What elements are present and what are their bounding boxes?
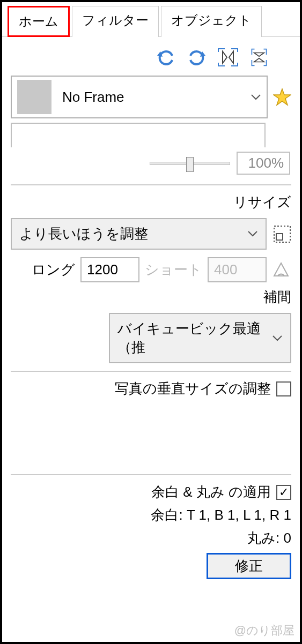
interp-label: バイキュービック最適（推: [117, 319, 272, 357]
divider: [11, 184, 291, 185]
frame-dropdown[interactable]: No Frame: [11, 76, 268, 118]
tab-filter[interactable]: フィルター: [72, 6, 159, 37]
tab-object[interactable]: オブジェクト: [161, 6, 262, 37]
svg-rect-1: [276, 234, 283, 240]
divider: [11, 371, 291, 372]
favorite-star-icon[interactable]: [273, 88, 291, 106]
modify-row: 修正: [11, 553, 291, 579]
sharpen-icon[interactable]: [272, 261, 290, 279]
resize-title: リサイズ: [11, 193, 291, 212]
undo-icon[interactable]: [155, 47, 176, 68]
dimension-row: ロング ショート: [11, 257, 291, 282]
watermark: @のり部屋: [234, 623, 294, 639]
roundness-value: 丸み: 0: [11, 529, 291, 548]
flip-horizontal-icon[interactable]: [217, 47, 239, 68]
long-input[interactable]: [80, 257, 139, 282]
resize-mode-dropdown[interactable]: より長いほうを調整: [11, 218, 267, 250]
flip-vertical-icon[interactable]: [248, 47, 270, 68]
margin-apply-checkbox[interactable]: [276, 485, 291, 500]
margin-apply-label: 余白 & 丸み の適用: [151, 483, 271, 501]
resize-mode-label: より長いほうを調整: [19, 224, 148, 243]
frame-preview-strip: [11, 123, 266, 147]
frame-thumbnail: [17, 80, 51, 114]
interp-title: 補間: [11, 288, 291, 306]
frame-label: No Frame: [51, 89, 251, 106]
margin-values: 余白: T 1, B 1, L 1, R 1: [11, 506, 291, 525]
vertical-adjust-row: 写真の垂直サイズの調整: [11, 379, 291, 398]
tab-bar: ホーム フィルター オブジェクト: [2, 2, 300, 37]
vertical-adjust-checkbox[interactable]: [276, 381, 291, 396]
toolbar: [11, 41, 291, 76]
short-label: ショート: [145, 260, 202, 279]
slider-thumb[interactable]: [186, 157, 194, 172]
proportions-icon[interactable]: [273, 225, 291, 243]
modify-button[interactable]: 修正: [207, 553, 291, 579]
interp-dropdown[interactable]: バイキュービック最適（推: [109, 313, 291, 363]
vertical-adjust-label: 写真の垂直サイズの調整: [115, 379, 271, 398]
opacity-value[interactable]: 100%: [237, 152, 290, 175]
divider: [11, 474, 291, 475]
margin-apply-row: 余白 & 丸み の適用: [11, 483, 291, 501]
tab-home[interactable]: ホーム: [8, 6, 70, 37]
opacity-slider[interactable]: [150, 162, 230, 165]
frame-row: No Frame: [11, 76, 291, 118]
short-input: [208, 257, 267, 282]
chevron-down-icon: [247, 228, 258, 239]
resize-mode-row: より長いほうを調整: [11, 218, 291, 250]
interp-row: バイキュービック最適（推: [11, 313, 291, 363]
opacity-row: 100%: [11, 152, 291, 175]
panel-content: No Frame 100% リサイズ より長いほうを調整 ロング: [2, 37, 300, 586]
chevron-down-icon: [251, 92, 261, 103]
chevron-down-icon: [272, 333, 283, 344]
long-label: ロング: [32, 260, 75, 279]
redo-icon[interactable]: [186, 47, 208, 68]
